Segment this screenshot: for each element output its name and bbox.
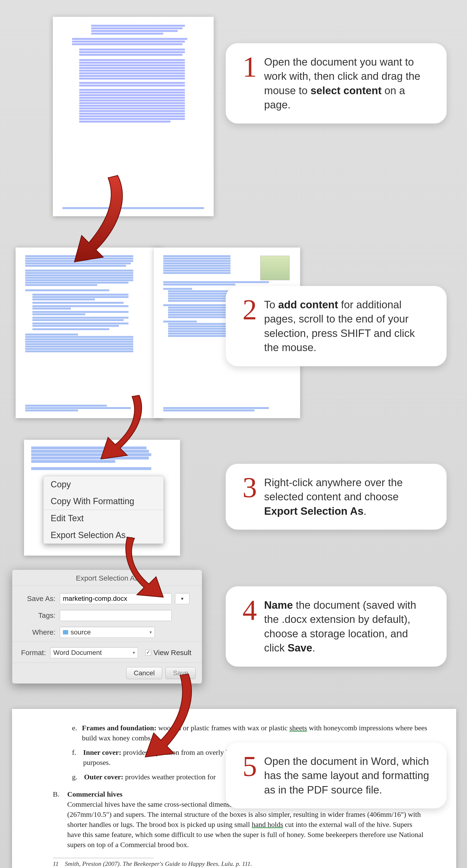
bold-text: select content — [310, 85, 381, 96]
format-value: Word Document — [53, 649, 102, 656]
bold-text: add content — [278, 299, 338, 310]
format-select[interactable]: Word Document ▾ — [50, 647, 138, 658]
step-1-callout: 1 Open the document you want to work wit… — [226, 43, 446, 124]
step-number: 5 — [242, 754, 257, 779]
pdf-page-thumbnail-2-left — [15, 248, 162, 418]
text: wooden or plastic frames with wax or pla… — [156, 724, 289, 732]
save-as-label: Save As: — [20, 594, 60, 603]
step-2-callout: 2 To add content for additional pages, s… — [226, 286, 446, 366]
export-dialog: Export Selection As Save As: ▾ Tags: Whe… — [12, 569, 202, 684]
item-heading: Outer cover: — [84, 773, 124, 781]
view-result-label: View Result — [154, 649, 191, 657]
step-number: 3 — [242, 475, 257, 500]
save-as-input[interactable] — [60, 593, 172, 604]
step-text: Open the document you want to work with,… — [264, 55, 430, 112]
where-value: source — [71, 628, 91, 636]
item-heading: Frames and foundation: — [82, 724, 156, 732]
bold-text: Export Selection As — [264, 505, 364, 517]
folder-icon — [63, 630, 68, 634]
bold-text: Save — [288, 642, 312, 654]
updown-icon: ▾ — [133, 650, 135, 655]
updown-icon: ▾ — [149, 630, 152, 635]
filename-history-dropdown[interactable]: ▾ — [175, 593, 190, 604]
step-5-callout: 5 Open the document in Word, which has t… — [226, 743, 446, 808]
where-label: Where: — [20, 628, 60, 636]
cancel-button[interactable]: Cancel — [126, 667, 162, 679]
text: . — [312, 642, 315, 654]
menu-item-export-selection[interactable]: Export Selection As... — [43, 527, 164, 544]
dialog-title: Export Selection As — [12, 570, 202, 586]
step-3-callout: 3 Right-click anywhere over the selected… — [226, 464, 446, 530]
list-item: Frames and foundation: wooden or plastic… — [82, 723, 427, 743]
step-text: Name the document (saved with the .docx … — [264, 598, 430, 655]
menu-item-edit-text[interactable]: Edit Text — [43, 510, 164, 527]
item-heading: Inner cover: — [83, 748, 121, 756]
step-text: Right-click anywhere over the selected c… — [264, 475, 430, 518]
text: Right-click anywhere over the selected c… — [264, 476, 403, 502]
step-number: 2 — [242, 298, 257, 322]
text: To — [264, 299, 278, 310]
where-select[interactable]: source ▾ — [60, 627, 155, 638]
chevron-down-icon: ▾ — [181, 596, 184, 601]
text: . — [364, 505, 366, 517]
tags-input[interactable] — [60, 610, 172, 621]
step-text: Open the document in Word, which has the… — [264, 754, 430, 797]
format-label: Format: — [20, 649, 50, 657]
bold-text: Name — [264, 599, 293, 611]
menu-item-copy-formatting[interactable]: Copy With Formatting — [43, 493, 164, 510]
underlined-text: sheets — [289, 724, 307, 732]
footnote-number: 11 — [53, 860, 65, 868]
step-4-callout: 4 Name the document (saved with the .doc… — [226, 586, 446, 666]
step-number: 1 — [242, 55, 257, 79]
menu-item-copy[interactable]: Copy — [43, 476, 164, 493]
footnote-text: Smith, Preston (2007). The Beekeeper's G… — [65, 860, 252, 868]
tags-label: Tags: — [20, 611, 60, 620]
underlined-text: hand holds — [252, 820, 283, 828]
image-thumbnail — [260, 256, 290, 280]
context-menu: Copy Copy With Formatting Edit Text Expo… — [43, 476, 164, 544]
list-marker: g. — [72, 772, 84, 782]
list-marker: e. — [72, 723, 82, 743]
list-marker: B. — [53, 789, 67, 850]
text: provides weather protection for — [124, 773, 216, 781]
list-item: Outer cover: provides weather protection… — [84, 772, 215, 782]
view-result-checkbox[interactable] — [145, 650, 151, 656]
section-heading: Commercial hives — [67, 790, 123, 798]
step-text: To add content for additional pages, scr… — [264, 298, 430, 355]
step-number: 4 — [242, 598, 257, 622]
save-button[interactable]: Save — [165, 667, 196, 679]
list-marker: f. — [72, 747, 83, 768]
pdf-page-thumbnail-1 — [53, 17, 214, 216]
